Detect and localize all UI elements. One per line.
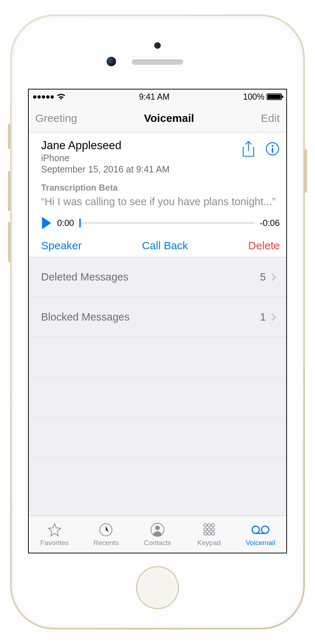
call-back-button[interactable]: Call Back — [142, 239, 188, 252]
speaker-button[interactable]: Speaker — [41, 239, 82, 252]
voicemail-item[interactable]: Jane Appleseed iPhone September 15, 2016… — [29, 132, 286, 257]
elapsed-time: 0:00 — [57, 218, 74, 228]
audio-player: 0:00 -0:06 — [41, 217, 280, 229]
volume-down — [8, 222, 10, 262]
edit-button[interactable]: Edit — [261, 112, 280, 124]
chevron-right-icon — [271, 273, 276, 282]
screen: 9:41 AM 100% Greeting Voicemail Edit — [28, 89, 287, 553]
svg-point-10 — [207, 528, 210, 530]
row-count: 1 — [260, 311, 266, 323]
status-time: 9:41 AM — [139, 92, 170, 102]
earpiece — [132, 60, 183, 65]
svg-point-6 — [204, 524, 207, 526]
device-frame: 9:41 AM 100% Greeting Voicemail Edit — [10, 15, 305, 629]
tab-label: Contacts — [144, 539, 171, 547]
front-camera — [107, 57, 116, 66]
play-icon[interactable] — [41, 217, 52, 229]
svg-point-12 — [204, 532, 207, 535]
list: Deleted Messages 5 Blocked Messages 1 — [29, 257, 286, 516]
svg-point-11 — [211, 528, 214, 530]
svg-rect-2 — [272, 148, 273, 153]
volume-up — [8, 171, 10, 211]
power-button — [305, 149, 307, 193]
svg-point-13 — [207, 532, 210, 535]
wifi-icon — [57, 94, 65, 100]
svg-point-1 — [272, 145, 274, 147]
tab-label: Recents — [93, 539, 119, 547]
tab-recents[interactable]: Recents — [80, 516, 132, 553]
share-icon[interactable] — [242, 140, 255, 157]
keypad-icon — [202, 522, 217, 537]
transcription-text: “Hi I was calling to see if you have pla… — [41, 195, 280, 208]
scrub-handle[interactable] — [79, 219, 81, 227]
svg-point-5 — [155, 525, 160, 530]
chevron-right-icon — [271, 313, 276, 322]
remaining-time: -0:06 — [260, 218, 280, 228]
empty-row — [29, 377, 286, 417]
svg-point-14 — [211, 532, 214, 535]
row-label: Deleted Messages — [41, 271, 128, 283]
status-bar: 9:41 AM 100% — [29, 90, 286, 104]
svg-point-16 — [262, 526, 269, 533]
caller-device: iPhone — [41, 153, 170, 163]
empty-row — [29, 417, 286, 457]
home-button[interactable] — [136, 566, 179, 609]
deleted-messages-row[interactable]: Deleted Messages 5 — [29, 257, 286, 297]
caller-name: Jane Appleseed — [41, 139, 170, 152]
delete-button[interactable]: Delete — [248, 239, 280, 252]
clock-icon — [98, 522, 113, 537]
svg-point-15 — [252, 526, 259, 533]
svg-point-8 — [211, 524, 214, 526]
row-label: Blocked Messages — [41, 311, 129, 323]
signal-icon — [33, 95, 54, 99]
scrubber[interactable] — [79, 222, 255, 224]
row-count: 5 — [260, 271, 266, 283]
battery-icon — [267, 94, 282, 100]
voicemail-icon — [251, 522, 270, 537]
tab-favorites[interactable]: Favorites — [29, 516, 80, 553]
greeting-button[interactable]: Greeting — [35, 112, 77, 124]
sensor-dot — [154, 42, 161, 49]
svg-point-9 — [204, 528, 207, 530]
tab-keypad[interactable]: Keypad — [183, 516, 235, 553]
svg-point-7 — [207, 524, 210, 526]
tab-label: Voicemail — [246, 539, 275, 547]
star-icon — [47, 522, 62, 537]
empty-row — [29, 337, 286, 377]
tab-label: Keypad — [197, 539, 220, 547]
tab-label: Favorites — [40, 539, 69, 547]
nav-bar: Greeting Voicemail Edit — [29, 104, 286, 132]
person-icon — [150, 522, 165, 537]
blocked-messages-row[interactable]: Blocked Messages 1 — [29, 297, 286, 337]
page-title: Voicemail — [144, 112, 194, 124]
transcription-label: Transcription Beta — [41, 183, 280, 193]
call-date: September 15, 2016 at 9:41 AM — [41, 164, 170, 175]
mute-switch — [8, 124, 10, 149]
battery-percent: 100% — [243, 92, 264, 102]
tab-voicemail[interactable]: Voicemail — [235, 516, 286, 553]
tab-contacts[interactable]: Contacts — [132, 516, 183, 553]
info-icon[interactable] — [265, 142, 280, 156]
device-bezel: 9:41 AM 100% Greeting Voicemail Edit — [12, 16, 303, 628]
tab-bar: Favorites Recents Contacts — [29, 516, 286, 553]
